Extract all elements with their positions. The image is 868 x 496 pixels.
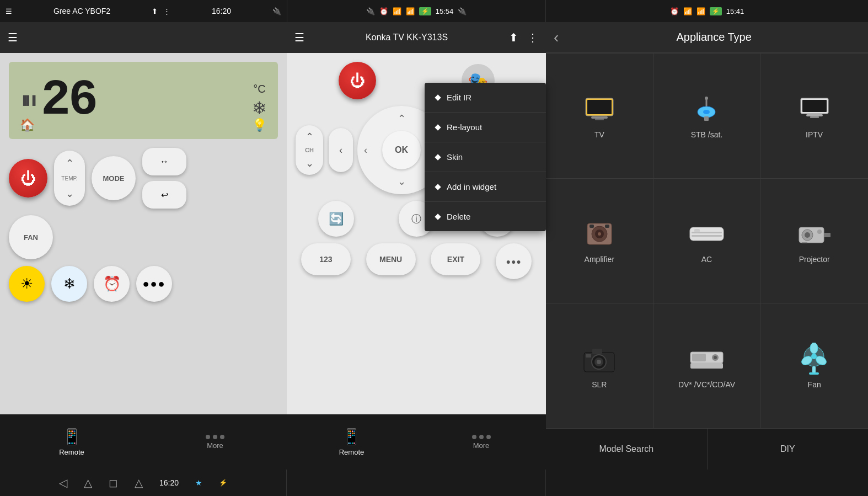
relayout-label: Re-layout: [447, 122, 482, 132]
appliance-item-iptv[interactable]: IPTV: [760, 54, 868, 179]
ch-down-icon: ⌄: [306, 157, 314, 169]
home-sys-btn-ac[interactable]: △: [84, 476, 92, 489]
appliance-item-dv[interactable]: DV* /VC*/CD/AV: [653, 303, 761, 429]
diamond-icon4: [435, 184, 441, 190]
model-search-button[interactable]: Model Search: [546, 429, 708, 470]
tv-refresh-button[interactable]: 🔄: [318, 201, 354, 237]
ac-panel: ☰ ▐▌▌ 26 °C ❄ 🏠 💡 ⏻: [0, 22, 287, 470]
tv-bottom-nav: 📱 Remote More: [287, 414, 546, 470]
ac-row1: ⏻ ⌃ TEMP. ⌄ MODE ↔ ↩: [9, 148, 278, 209]
hamburger-icon-tv[interactable]: ☰: [294, 31, 304, 44]
menu-label: MENU: [379, 255, 402, 264]
usb-icon: 🔌: [366, 7, 375, 15]
tv-nav-more[interactable]: More: [416, 435, 546, 450]
appliance-item-slr[interactable]: SLR: [546, 303, 653, 429]
tv-123-button[interactable]: 123: [301, 243, 351, 275]
back-sys-btn-ac[interactable]: ◁: [59, 476, 67, 489]
tv-appliance-icon: [580, 93, 619, 126]
svg-rect-10: [802, 100, 827, 112]
fan-icon: [795, 343, 834, 376]
ac-body: ▐▌▌ 26 °C ❄ 🏠 💡 ⏻ ⌃ TEMP: [0, 53, 287, 414]
usb-icon2: 🔌: [458, 7, 467, 15]
ac-temp-control[interactable]: ⌃ TEMP. ⌄: [54, 151, 85, 206]
amplifier-icon: [580, 217, 619, 250]
share-icon-tv[interactable]: ⬆: [509, 31, 518, 44]
projector-label: Projector: [799, 255, 830, 264]
ac-time: 16:20: [212, 7, 231, 15]
svg-rect-8: [704, 116, 709, 121]
tv-panel: ☰ Konka TV KK-Y313S ⬆ ⋮ Edit IR Re-layou…: [287, 22, 546, 470]
appliance-item-ac[interactable]: AC: [653, 179, 761, 304]
tv-more-dots-button[interactable]: ●●●: [496, 243, 532, 279]
tv-time: 15:54: [436, 7, 454, 15]
tv-nav-remote[interactable]: 📱 Remote: [287, 428, 416, 456]
appliance-item-amplifier[interactable]: Amplifier: [546, 179, 653, 304]
hamburger-icon-ac[interactable]: ☰: [8, 31, 18, 44]
tv-power-button[interactable]: ⏻: [339, 62, 376, 99]
sun-icon: ☀: [20, 275, 33, 292]
signal-icon: 📶: [406, 7, 415, 15]
share-btn-ac[interactable]: ⬆: [152, 7, 158, 15]
mode-label: MODE: [103, 174, 125, 183]
ac-power-button[interactable]: ⏻: [9, 159, 47, 198]
more-dots-tv: [472, 435, 491, 439]
diy-button[interactable]: DIY: [708, 429, 869, 470]
ac-fan-button[interactable]: FAN: [9, 215, 53, 259]
ac-nav-more[interactable]: More: [143, 435, 287, 450]
dropdown-item-widget[interactable]: Add in widget: [425, 172, 546, 202]
tv-exit-button[interactable]: EXIT: [431, 243, 480, 275]
snowflake-icon: ❄: [252, 98, 267, 119]
more-icon-tv[interactable]: ⋮: [527, 31, 538, 44]
dropdown-item-edit-ir[interactable]: Edit IR: [425, 83, 546, 113]
more-btn-ac[interactable]: ⋮: [163, 7, 170, 15]
appliance-item-fan[interactable]: Fan: [760, 303, 868, 429]
back-button[interactable]: ‹: [554, 29, 559, 46]
tv-nav-left[interactable]: ‹: [329, 128, 353, 172]
ac-sun-button[interactable]: ☀: [9, 266, 45, 302]
tv-label: TV: [594, 130, 604, 139]
svg-point-44: [811, 354, 817, 359]
appliance-item-projector[interactable]: Projector: [760, 179, 868, 304]
ac-lcd-display: ▐▌▌ 26 °C ❄ 🏠 💡: [9, 62, 278, 139]
ac-lcd-icons: °C ❄: [252, 83, 267, 119]
ac-more-button[interactable]: ●●●: [136, 266, 172, 302]
svg-rect-12: [810, 116, 819, 118]
sys-nav-ac: ◁ △ ◻ △ 16:20 ★ ⚡: [0, 470, 287, 496]
tv-title: Konka TV KK-Y313S: [366, 33, 448, 42]
ac-clock-button[interactable]: ⏰: [94, 266, 130, 302]
up-sys-btn-ac[interactable]: △: [135, 476, 143, 489]
dropdown-item-skin[interactable]: Skin: [425, 142, 546, 172]
dot1: [206, 435, 210, 439]
ch-label: CH: [305, 147, 314, 153]
main-content: ☰ ▐▌▌ 26 °C ❄ 🏠 💡 ⏻: [0, 22, 868, 470]
dot4: [472, 435, 476, 439]
bulb-icon: 💡: [252, 118, 267, 132]
tv-menu-button[interactable]: MENU: [366, 243, 416, 275]
dv-label: DV* /VC*/CD/AV: [678, 380, 735, 389]
wifi-icon: 📶: [393, 7, 401, 15]
ac-status-icons: 🔌: [272, 7, 281, 15]
recents-sys-btn-ac[interactable]: ◻: [109, 476, 118, 489]
dot5: [479, 435, 484, 439]
diamond-icon: [435, 94, 441, 100]
appliance-item-tv[interactable]: TV: [546, 54, 653, 179]
ac-snow-button[interactable]: ❄: [51, 266, 87, 302]
appliance-header: ‹ Appliance Type: [546, 22, 868, 53]
share-icon-ac: ⬆ ⋮: [152, 7, 170, 15]
amplifier-label: Amplifier: [585, 255, 614, 264]
dropdown-item-relayout[interactable]: Re-layout: [425, 113, 546, 142]
tv-header: ☰ Konka TV KK-Y313S ⬆ ⋮: [287, 22, 546, 53]
dropdown-item-delete[interactable]: Delete: [425, 202, 546, 231]
tv-ok-button[interactable]: OK: [382, 131, 421, 169]
ac-app-name: Gree AC YBOF2: [53, 7, 110, 15]
ac-fit-button[interactable]: ↔: [142, 148, 186, 175]
ac-nav-remote[interactable]: 📱 Remote: [0, 428, 143, 456]
ac-mode-button[interactable]: MODE: [92, 156, 136, 200]
appliance-item-stb[interactable]: STB /sat.: [653, 54, 761, 179]
ac-refresh-button[interactable]: ↩: [142, 181, 186, 209]
ac-row3: ☀ ❄ ⏰ ●●●: [9, 266, 278, 302]
ac-unit: °C: [253, 83, 265, 95]
battery-app: ⚡: [710, 7, 722, 15]
tv-ch-control[interactable]: ⌃ CH ⌄: [296, 125, 323, 175]
projector-icon: [795, 217, 834, 250]
